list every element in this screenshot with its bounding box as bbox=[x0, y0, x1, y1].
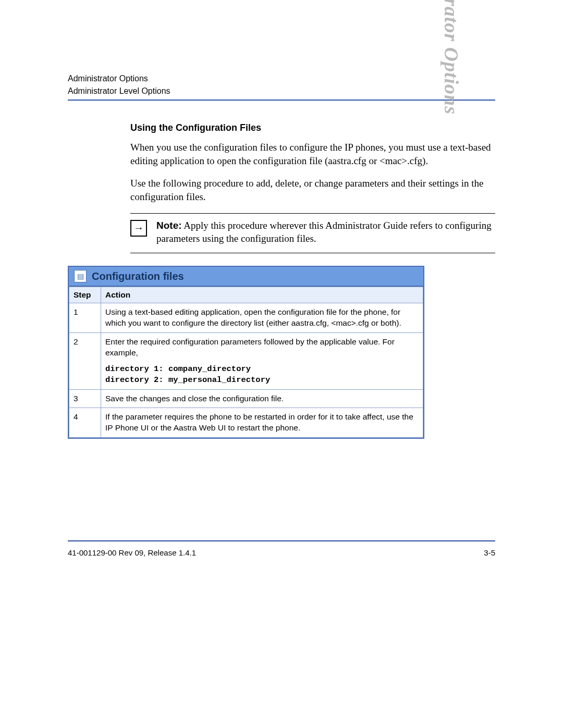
col-header-action: Action bbox=[101, 287, 423, 303]
note-block: → Note: Apply this procedure wherever th… bbox=[130, 213, 495, 253]
header-rule bbox=[68, 100, 495, 101]
step-number: 3 bbox=[69, 389, 101, 408]
step-action: If the parameter requires the phone to b… bbox=[101, 408, 423, 438]
table-row: 3 Save the changes and close the configu… bbox=[69, 389, 423, 408]
body-paragraph-1: When you use the configuration files to … bbox=[130, 141, 495, 167]
table-row: 1 Using a text-based editing application… bbox=[69, 303, 423, 333]
step-number: 4 bbox=[69, 408, 101, 438]
side-chapter-label: Administrator Options bbox=[440, 0, 463, 115]
page-header: Administrator Options Administrator Leve… bbox=[68, 73, 495, 101]
header-line-1: Administrator Options bbox=[68, 73, 495, 84]
page-footer: 41-001129-00 Rev 09, Release 1.4.1 3-5 bbox=[68, 548, 495, 557]
table-row: 2 Enter the required configuration param… bbox=[69, 332, 423, 389]
step-number: 2 bbox=[69, 332, 101, 389]
section-heading: Using the Configuration Files bbox=[130, 122, 495, 133]
step-action: Using a text-based editing application, … bbox=[101, 303, 423, 333]
footer-rule bbox=[68, 540, 495, 541]
step-action: Save the changes and close the configura… bbox=[101, 389, 423, 408]
step-number: 1 bbox=[69, 303, 101, 333]
header-line-2: Administrator Level Options bbox=[68, 85, 495, 97]
code-block: directory 1: company_directorydirectory … bbox=[105, 364, 419, 386]
footer-page-number: 3-5 bbox=[484, 548, 495, 557]
body-paragraph-2: Use the following procedure to add, dele… bbox=[130, 177, 495, 203]
step-action-text: Enter the required configuration paramet… bbox=[105, 337, 395, 357]
table-row: 4 If the parameter requires the phone to… bbox=[69, 408, 423, 438]
procedure-title: Configuration files bbox=[92, 270, 184, 282]
footer-left: 41-001129-00 Rev 09, Release 1.4.1 bbox=[68, 548, 196, 557]
arrow-right-icon: → bbox=[130, 220, 147, 237]
note-text: Note: Apply this procedure wherever this… bbox=[156, 219, 495, 245]
note-body: Apply this procedure wherever this Admin… bbox=[156, 220, 492, 244]
note-label: Note: bbox=[156, 220, 182, 231]
procedure-title-row: ▤ Configuration files bbox=[69, 267, 423, 287]
col-header-step: Step bbox=[69, 287, 101, 303]
procedure-table: ▤ Configuration files Step Action 1 Usin… bbox=[68, 266, 424, 439]
document-icon: ▤ bbox=[74, 270, 87, 282]
step-action: Enter the required configuration paramet… bbox=[101, 332, 423, 389]
